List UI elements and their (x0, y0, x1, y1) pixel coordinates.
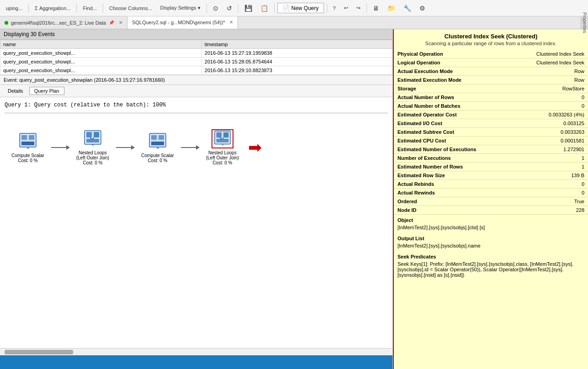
prop-value-8: 0.003125 (515, 119, 588, 128)
prop-value-10: 0.0001581 (515, 137, 588, 145)
svg-rect-13 (151, 142, 164, 145)
tab-sql-query[interactable]: SQLQuery2.sql - g...MOND\genemi (54))* ✕ (127, 16, 238, 29)
toolbar-separator-7 (327, 4, 327, 13)
properties-title: Clustered Index Seek (Clustered) (394, 29, 588, 41)
events-header: Displaying 30 Events (0, 29, 392, 40)
prop-label-16: Actual Rewinds (394, 189, 515, 197)
prop-value-7: 0.0033263 (4%) (515, 111, 588, 119)
compute-scalar-icon-1: ⊞ (17, 132, 39, 151)
new-query-label: New Query (291, 5, 319, 11)
prop-row-8: Estimated I/O Cost0.003125 (394, 119, 588, 128)
left-panel: Displaying 30 Events name timestamp quer… (0, 29, 393, 369)
arrow-2 (116, 147, 134, 148)
svg-rect-1 (21, 135, 27, 140)
display-settings-button[interactable]: Display Settings ▾ (157, 4, 204, 12)
plan-node-4[interactable]: ↻ Nested Loops(Left Outer Join)Cost: 0 % (206, 129, 239, 165)
status-bar (0, 355, 392, 369)
event-row-1[interactable]: query_post_execution_showpl...2016-06-13… (0, 58, 392, 66)
prop-row-14: Estimated Row Size139 B (394, 171, 588, 180)
tab-sql-query-close[interactable]: ✕ (229, 20, 233, 25)
icon-button-3[interactable]: 💾 (241, 3, 255, 13)
prop-value-3: Row (515, 76, 588, 84)
svg-rect-17 (223, 132, 228, 137)
properties-tab-label: Properties (582, 12, 587, 33)
toolbar-separator-5 (238, 4, 238, 13)
tab-live-data[interactable]: genemi4f\sql2016rc...xec_ES_2: Live Data… (0, 16, 127, 29)
monitor-button[interactable]: 🖥 (370, 3, 382, 13)
prop-value-1: Clustered Index Seek (515, 58, 588, 67)
redo-button[interactable]: ↪ (353, 4, 364, 12)
prop-value-15: 0 (515, 180, 588, 189)
big-red-arrow: ➡ (248, 138, 262, 157)
node-svg-3: ⊞ (148, 132, 168, 151)
svg-rect-3 (21, 142, 34, 145)
plan-divider (5, 113, 388, 113)
prop-label-3: Estimated Execution Mode (394, 76, 515, 84)
horizontal-scrollbar[interactable] (0, 348, 392, 355)
svg-rect-6 (86, 132, 92, 137)
prop-label-12: Number of Executions (394, 154, 515, 163)
folder-button[interactable]: 📁 (384, 3, 398, 13)
icon-button-4[interactable]: 📋 (257, 3, 271, 13)
prop-label-14: Estimated Row Size (394, 171, 515, 180)
sub-tab-query-plan[interactable]: Query Plan (29, 87, 64, 95)
event-name-0: query_post_execution_showpl... (0, 49, 202, 58)
icon-button-2[interactable]: ↺ (223, 3, 235, 13)
prop-label-11: Estimated Number of Executions (394, 145, 515, 154)
toolbar: uping... Σ Aggregation... Find... Choose… (0, 0, 588, 16)
prop-value-6: 0 (515, 102, 588, 111)
plan-node-2[interactable]: ↻ Nested Loops(Left Outer Join)Cost: 0 % (76, 129, 109, 165)
aggregation-button[interactable]: Σ Aggregation... (32, 4, 74, 12)
event-row-0[interactable]: query_post_execution_showpl...2016-06-13… (0, 49, 392, 58)
sub-tab-details[interactable]: Details (3, 87, 28, 95)
prop-label-17: Ordered (394, 197, 515, 206)
prop-value-17: True (515, 197, 588, 206)
toolbar-separator-2 (76, 4, 77, 13)
tab-bar: genemi4f\sql2016rc...xec_ES_2: Live Data… (0, 16, 588, 29)
prop-section-heading-2: Seek Predicates (394, 251, 588, 260)
prop-value-2: Row (515, 67, 588, 76)
properties-sidebar-tab[interactable]: Properties (581, 16, 588, 29)
toolbar-separator-8 (366, 4, 367, 13)
event-timestamp-1: 2016-06-13 15:28:05.8754644 (201, 58, 392, 66)
prop-label-10: Estimated CPU Cost (394, 137, 515, 145)
prop-value-14: 139 B (515, 171, 588, 180)
prop-row-11: Estimated Number of Executions1.272901 (394, 145, 588, 154)
svg-text:↻: ↻ (91, 144, 94, 147)
prop-value-18: 228 (515, 206, 588, 215)
prop-label-6: Actual Number of Batches (394, 102, 515, 111)
scroll-thumb[interactable] (5, 350, 73, 354)
settings-button[interactable]: ⚙ (416, 3, 429, 13)
prop-value-0: Clustered Index Seek (515, 50, 588, 58)
event-name-1: query_post_execution_showpl... (0, 58, 202, 66)
prop-section-heading-1: Output List (394, 233, 588, 242)
choose-columns-button[interactable]: Choose Columns... (106, 4, 155, 12)
prop-section-heading-0: Object (394, 215, 588, 224)
prop-row-18: Node ID228 (394, 206, 588, 215)
compute-scalar-icon-3: ⊞ (147, 132, 169, 151)
event-row-2[interactable]: query_post_execution_showpl...2016-06-13… (0, 66, 392, 75)
undo-button[interactable]: ↩ (341, 4, 351, 12)
prop-value-11: 1.272901 (515, 145, 588, 154)
query-plan-area[interactable]: Query 1: Query cost (relative to the bat… (0, 97, 392, 348)
uping-button[interactable]: uping... (3, 4, 26, 12)
toolbar-separator-1 (28, 4, 29, 13)
wrench-button[interactable]: 🔧 (400, 3, 414, 13)
prop-row-16: Actual Rewinds0 (394, 189, 588, 197)
new-query-button[interactable]: 📄 New Query (277, 3, 324, 13)
svg-text:⊞: ⊞ (156, 147, 159, 149)
svg-rect-2 (29, 135, 34, 140)
plan-node-1[interactable]: ⊞ Compute ScalarCost: 0 % (11, 132, 44, 163)
icon-button-1[interactable]: ⊙ (210, 3, 222, 13)
prop-label-2: Actual Execution Mode (394, 67, 515, 76)
plan-node-3[interactable]: ⊞ Compute ScalarCost: 0 % (141, 132, 174, 163)
tab-live-data-close[interactable]: ✕ (119, 20, 122, 25)
prop-label-4: Storage (394, 84, 515, 93)
help-button[interactable]: ? (330, 4, 339, 12)
prop-section-text-2: Seek Keys[1]: Prefix: [InMemTest2].[sys]… (394, 260, 588, 280)
prop-label-0: Physical Operation (394, 50, 515, 58)
prop-row-10: Estimated CPU Cost0.0001581 (394, 137, 588, 145)
events-count: Displaying 30 Events (4, 31, 55, 37)
find-button[interactable]: Find... (79, 4, 100, 12)
prop-row-13: Estimated Number of Rows1 (394, 163, 588, 171)
